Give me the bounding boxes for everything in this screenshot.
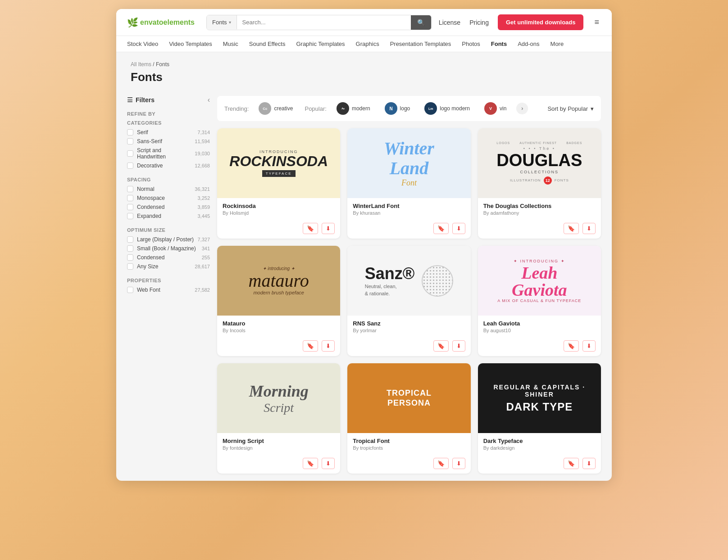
bookmark-button-dark[interactable]: 🔖 — [564, 458, 579, 469]
filters-collapse-button[interactable]: ‹ — [208, 96, 210, 104]
trend-logo[interactable]: N logo — [380, 100, 415, 117]
sort-button[interactable]: Sort by Popular ▾ — [547, 105, 594, 112]
filter-normal[interactable]: Normal 36,321 — [127, 186, 210, 192]
serif-checkbox[interactable] — [127, 129, 133, 135]
card-info-leah: Leah Gaviota By august10 — [478, 316, 601, 338]
small-count: 341 — [202, 246, 210, 251]
card-actions-matauro: 🔖 ⬇ — [217, 338, 340, 356]
card-info-dark: Dark Typeface By darkdesign — [478, 433, 601, 455]
filter-condensed-size[interactable]: Condensed 255 — [127, 254, 210, 261]
sans-serif-checkbox[interactable] — [127, 138, 133, 145]
condensed-size-checkbox[interactable] — [127, 254, 133, 261]
card-actions-tropical: 🔖 ⬇ — [347, 455, 470, 474]
filter-monospace[interactable]: Monospace 3,252 — [127, 195, 210, 201]
nav-item-sound-effects[interactable]: Sound Effects — [249, 41, 286, 47]
nav-item-add-ons[interactable]: Add-ons — [518, 41, 539, 47]
download-button-matauro[interactable]: ⬇ — [322, 340, 335, 352]
card-leah[interactable]: ✦ INTRODUCING ✦ LeahGaviota A MIX OF CAS… — [478, 246, 601, 356]
monospace-checkbox[interactable] — [127, 195, 133, 201]
card-actions-rnssanz: 🔖 ⬇ — [347, 338, 470, 356]
filter-sans-serif[interactable]: Sans-Serif 11,594 — [127, 138, 210, 145]
bookmark-button-winterland[interactable]: 🔖 — [433, 223, 449, 234]
bookmark-button-tropical[interactable]: 🔖 — [433, 458, 449, 469]
optimum-size-title: Optimum Size — [127, 227, 210, 233]
bookmark-button-matauro[interactable]: 🔖 — [303, 340, 318, 352]
font-preview-morning: Morning Script — [245, 377, 313, 420]
card-image-dark: REGULAR & CAPITALS · SHINER DARK TYPE — [478, 363, 601, 433]
filter-script[interactable]: Script and Handwritten 19,030 — [127, 147, 210, 160]
bookmark-button-rockinsoda[interactable]: 🔖 — [303, 223, 318, 234]
card-title-tropical: Tropical Font — [353, 438, 465, 444]
trend-logo-modern[interactable]: Lm logo modern — [420, 100, 474, 117]
web-font-checkbox[interactable] — [127, 287, 133, 293]
bookmark-button-rnssanz[interactable]: 🔖 — [433, 340, 449, 352]
card-author-rockinsoda: By Holismjd — [223, 210, 335, 216]
script-label: Script and Handwritten — [137, 147, 191, 160]
cta-button[interactable]: Get unlimited downloads — [498, 14, 584, 30]
expanded-checkbox[interactable] — [127, 213, 133, 219]
logo[interactable]: 🌿 envatoelements — [127, 17, 199, 28]
card-matauro[interactable]: ✦ introducing ✦ matauro modern brush typ… — [217, 246, 340, 356]
card-dark[interactable]: REGULAR & CAPITALS · SHINER DARK TYPE Da… — [478, 363, 601, 474]
search-area: Fonts ▾ 🔍 — [206, 15, 432, 30]
card-rockinsoda[interactable]: INTRODUCING ROCKINSODA TYPEFACE Rockinso… — [217, 128, 340, 239]
nav-item-photos[interactable]: Photos — [462, 41, 480, 47]
trend-modern[interactable]: Au modern — [332, 100, 375, 117]
filter-expanded[interactable]: Expanded 3,445 — [127, 213, 210, 219]
filter-decorative[interactable]: Decorative 12,668 — [127, 163, 210, 169]
download-button-douglas[interactable]: ⬇ — [582, 223, 596, 234]
download-button-leah[interactable]: ⬇ — [582, 340, 596, 352]
normal-label: Normal — [137, 186, 191, 192]
download-button-morning[interactable]: ⬇ — [322, 458, 335, 469]
search-input[interactable] — [237, 15, 411, 29]
trend-creative[interactable]: Cc creative — [254, 100, 297, 117]
any-size-checkbox[interactable] — [127, 263, 133, 270]
script-checkbox[interactable] — [127, 150, 133, 157]
bookmark-button-morning[interactable]: 🔖 — [303, 458, 318, 469]
large-checkbox[interactable] — [127, 236, 133, 243]
nav-item-music[interactable]: Music — [223, 41, 238, 47]
filter-serif[interactable]: Serif 7,314 — [127, 129, 210, 135]
download-button-winterland[interactable]: ⬇ — [452, 223, 465, 234]
hamburger-menu-button[interactable]: ≡ — [592, 16, 601, 29]
bookmark-button-leah[interactable]: 🔖 — [564, 340, 579, 352]
category-dropdown[interactable]: Fonts ▾ — [207, 15, 237, 29]
condensed-checkbox[interactable] — [127, 204, 133, 210]
card-author-morning: By fontdesign — [223, 445, 335, 451]
download-button-dark[interactable]: ⬇ — [582, 458, 596, 469]
nav-item-fonts[interactable]: Fonts — [491, 41, 507, 47]
download-button-rnssanz[interactable]: ⬇ — [452, 340, 465, 352]
trend-vintage[interactable]: V vin — [480, 100, 511, 117]
nav-item-graphic-templates[interactable]: Graphic Templates — [296, 41, 345, 47]
license-link[interactable]: License — [439, 19, 460, 26]
search-button[interactable]: 🔍 — [411, 15, 431, 30]
download-button-rockinsoda[interactable]: ⬇ — [322, 223, 335, 234]
nav-item-stock-video[interactable]: Stock Video — [127, 41, 158, 47]
nav-item-video-templates[interactable]: Video Templates — [169, 41, 212, 47]
nav-item-graphics[interactable]: Graphics — [356, 41, 379, 47]
card-image-rockinsoda: INTRODUCING ROCKINSODA TYPEFACE — [217, 128, 340, 198]
card-tropical[interactable]: TROPICALPERSONA Tropical Font By tropicf… — [347, 363, 470, 474]
filter-any-size[interactable]: Any Size 28,617 — [127, 263, 210, 270]
filter-web-font[interactable]: Web Font 27,582 — [127, 287, 210, 293]
filter-condensed[interactable]: Condensed 3,859 — [127, 204, 210, 210]
download-button-tropical[interactable]: ⬇ — [452, 458, 465, 469]
card-image-winterland: WinterLand Font — [347, 128, 470, 198]
card-rnssanz[interactable]: Sanz® Neutral, clean,& rationale. RNS Sa… — [347, 246, 470, 356]
breadcrumb-all-items[interactable]: All Items — [131, 61, 151, 68]
trending-bar: Trending: Cc creative Popular: Au modern… — [217, 96, 601, 121]
bookmark-button-douglas[interactable]: 🔖 — [564, 223, 579, 234]
filter-large[interactable]: Large (Display / Poster) 7,327 — [127, 236, 210, 243]
card-winterland[interactable]: WinterLand Font WinterLand Font By khura… — [347, 128, 470, 239]
trending-label: Trending: — [224, 105, 249, 112]
nav-item-more[interactable]: More — [551, 41, 564, 47]
trending-next-button[interactable]: › — [516, 103, 528, 114]
small-checkbox[interactable] — [127, 245, 133, 252]
pricing-link[interactable]: Pricing — [469, 19, 489, 26]
normal-checkbox[interactable] — [127, 186, 133, 192]
card-morning[interactable]: Morning Script Morning Script By fontdes… — [217, 363, 340, 474]
decorative-checkbox[interactable] — [127, 163, 133, 169]
nav-item-presentation-templates[interactable]: Presentation Templates — [390, 41, 451, 47]
card-douglas[interactable]: LOGOS AUTHENTIC FINEST BADGES • • • The … — [478, 128, 601, 239]
filter-small[interactable]: Small (Book / Magazine) 341 — [127, 245, 210, 252]
